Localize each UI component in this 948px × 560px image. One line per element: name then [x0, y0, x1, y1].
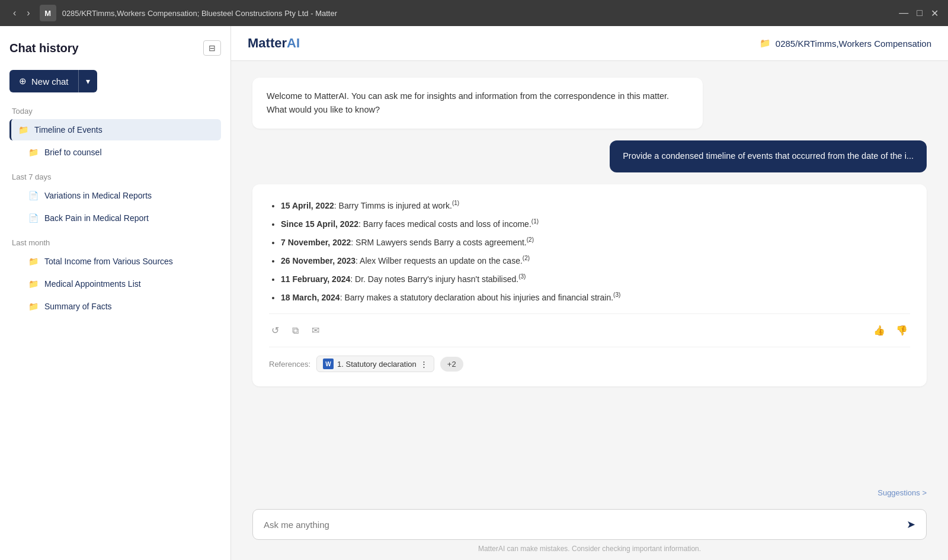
sidebar-item-totalincome[interactable]: 📁 Total Income from Various Sources	[9, 251, 221, 272]
sidebar-item-variations-label: Variations in Medical Reports	[44, 191, 152, 200]
section-last7-label: Last 7 days	[9, 172, 221, 181]
timeline-date-5: 11 February, 2024	[281, 274, 350, 284]
forward-button[interactable]: ›	[23, 7, 33, 20]
sidebar-item-summary-label: Summary of Facts	[44, 302, 112, 311]
back-button[interactable]: ‹	[9, 7, 20, 20]
title-bar-left: ‹ › M 0285/KRTimms,Workers Compensation;…	[9, 5, 337, 21]
action-buttons-left: ↺ ⧉ ✉	[269, 322, 322, 338]
timeline-item-2: Since 15 April, 2022: Barry faces medica…	[281, 217, 910, 231]
sidebar-item-medical-label: Medical Appointments List	[44, 279, 141, 289]
ai-response: 15 April, 2022: Barry Timms is injured a…	[252, 184, 927, 386]
minimize-button[interactable]: —	[899, 8, 908, 19]
send-icon: ➤	[907, 519, 915, 530]
reference-tag-1[interactable]: W 1. Statutory declaration ⋮	[316, 356, 434, 372]
collapse-sidebar-button[interactable]: ⊟	[203, 40, 221, 56]
new-chat-icon: ⊕	[19, 76, 27, 87]
send-button[interactable]: ➤	[907, 518, 915, 531]
email-button[interactable]: ✉	[309, 322, 322, 338]
matter-reference: 📁 0285/KRTimms,Workers Compensation	[760, 38, 931, 49]
folder-icon-header: 📁	[760, 38, 771, 49]
sidebar-item-timeline[interactable]: 📁 Timeline of Events	[9, 119, 221, 140]
title-bar: ‹ › M 0285/KRTimms,Workers Compensation;…	[0, 0, 948, 26]
section-today-label: Today	[9, 107, 221, 116]
sidebar-item-summary[interactable]: 📁 Summary of Facts	[9, 296, 221, 317]
new-chat-dropdown-button[interactable]: ▾	[78, 70, 97, 92]
timeline-item-4: 26 November, 2023: Alex Wilber requests …	[281, 254, 910, 267]
welcome-text: Welcome to MatterAI. You can ask me for …	[267, 91, 669, 114]
maximize-button[interactable]: □	[917, 8, 923, 19]
folder-icon: 📁	[28, 148, 39, 157]
timeline-item-1: 15 April, 2022: Barry Timms is injured a…	[281, 199, 910, 212]
timeline-item-3: 7 November, 2022: SRM Lawyers sends Barr…	[281, 235, 910, 249]
new-chat-button[interactable]: ⊕ New chat	[9, 70, 78, 92]
sidebar-item-totalincome-label: Total Income from Various Sources	[44, 257, 173, 266]
copy-button[interactable]: ⧉	[290, 322, 301, 338]
timeline-date-2: Since 15 April, 2022	[281, 219, 358, 229]
action-buttons-right: 👍 👎	[871, 322, 910, 338]
sidebar-title: Chat history	[9, 41, 79, 55]
ref-more-button[interactable]: +2	[440, 357, 463, 372]
sidebar-item-brief[interactable]: 📁 Brief to counsel	[9, 142, 221, 163]
nav-buttons: ‹ ›	[9, 7, 34, 20]
folder-icon: 📁	[28, 302, 39, 311]
matter-ai-logo: MatterAI	[248, 36, 300, 51]
doc-icon: 📄	[28, 191, 39, 200]
close-button[interactable]: ✕	[931, 8, 939, 19]
timeline-text-1: : Barry Timms is injured at work.	[334, 201, 452, 210]
sidebar-item-medical[interactable]: 📁 Medical Appointments List	[9, 273, 221, 295]
user-message: Provide a condensed timeline of events t…	[610, 140, 927, 172]
timeline-date-4: 26 November, 2023	[281, 256, 356, 265]
refresh-button[interactable]: ↺	[269, 322, 281, 338]
ref-2: (1)	[531, 218, 539, 225]
sidebar-item-backpain-label: Back Pain in Medical Report	[44, 213, 149, 223]
sidebar-item-backpain[interactable]: 📄 Back Pain in Medical Report	[9, 207, 221, 229]
ref-6: (3)	[613, 292, 620, 298]
message-actions: ↺ ⧉ ✉ 👍 👎	[269, 313, 910, 338]
sidebar-item-timeline-label: Timeline of Events	[34, 125, 103, 135]
timeline-text-4: : Alex Wilber requests an update on the …	[356, 256, 523, 265]
folder-icon: 📁	[28, 257, 39, 266]
user-message-text: Provide a condensed timeline of events t…	[623, 151, 914, 161]
word-icon: W	[323, 359, 334, 369]
chat-input-wrap: ➤	[252, 509, 927, 540]
ref-3: (2)	[527, 236, 534, 243]
suggestions-row: Suggestions >	[231, 484, 948, 502]
timeline-date-3: 7 November, 2022	[281, 238, 351, 247]
welcome-message: Welcome to MatterAI. You can ask me for …	[252, 78, 703, 129]
folder-icon: 📁	[28, 279, 39, 289]
sidebar-item-brief-label: Brief to counsel	[44, 148, 102, 157]
ref-tag-label: 1. Statutory declaration	[337, 360, 417, 369]
thumbdown-button[interactable]: 👎	[893, 322, 910, 338]
new-chat-label: New chat	[31, 76, 69, 87]
references-row: References: W 1. Statutory declaration ⋮…	[269, 347, 910, 372]
timeline-text-3: : SRM Lawyers sends Barry a costs agreem…	[351, 238, 526, 247]
ref-4: (2)	[523, 255, 530, 261]
window-controls: — □ ✕	[899, 8, 939, 19]
section-lastmonth-label: Last month	[9, 238, 221, 247]
timeline-item-5: 11 February, 2024: Dr. Day notes Barry's…	[281, 272, 910, 286]
doc-icon: 📄	[28, 213, 39, 223]
logo-ai-accent: AI	[287, 36, 300, 50]
timeline-item-6: 18 March, 2024: Barry makes a statutory …	[281, 290, 910, 304]
timeline-text-6: : Barry makes a statutory declaration ab…	[340, 293, 613, 302]
disclaimer-text: MatterAI can make mistakes. Consider che…	[252, 540, 927, 555]
thumbup-button[interactable]: 👍	[871, 322, 888, 338]
app-logo: M	[40, 5, 56, 21]
app-body: Chat history ⊟ ⊕ New chat ▾ Today 📁 Time…	[0, 26, 948, 560]
references-label: References:	[269, 360, 310, 369]
window-title: 0285/KRTimms,Workers Compensation; Blues…	[62, 9, 337, 18]
folder-icon: 📁	[18, 125, 28, 135]
sidebar-header: Chat history ⊟	[9, 40, 221, 56]
timeline-date-1: 15 April, 2022	[281, 201, 334, 210]
chat-input-area: ➤ MatterAI can make mistakes. Consider c…	[231, 502, 948, 560]
main-area: MatterAI 📁 0285/KRTimms,Workers Compensa…	[231, 26, 948, 560]
new-chat-button-wrap: ⊕ New chat ▾	[9, 70, 221, 92]
matter-ref-text: 0285/KRTimms,Workers Compensation	[776, 39, 931, 49]
sidebar-item-variations[interactable]: 📄 Variations in Medical Reports	[9, 185, 221, 206]
ref-1: (1)	[452, 200, 459, 206]
chat-input[interactable]	[264, 520, 907, 530]
ref-menu-icon: ⋮	[420, 360, 428, 369]
timeline-text-5: : Dr. Day notes Barry's injury hasn't st…	[350, 274, 518, 284]
suggestions-link[interactable]: Suggestions >	[877, 488, 927, 497]
timeline-list: 15 April, 2022: Barry Timms is injured a…	[269, 199, 910, 304]
